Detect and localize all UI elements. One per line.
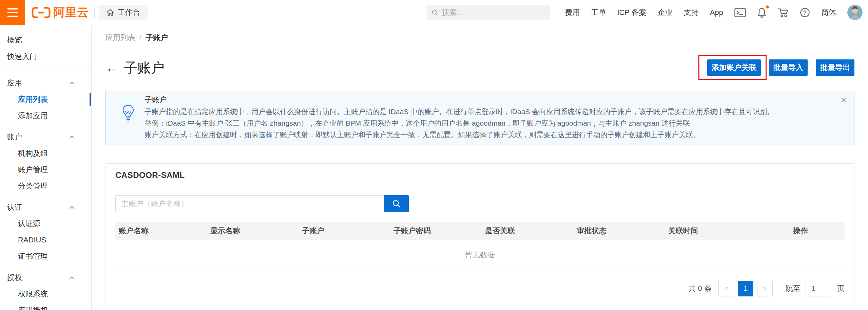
col-sub-account-password: 子账户密码 <box>390 226 482 236</box>
sidebar-item-add-app[interactable]: 添加应用 <box>0 108 91 124</box>
col-is-linked: 是否关联 <box>482 226 573 236</box>
lightbulb-icon <box>122 105 134 122</box>
sidebar-item-cert-mgmt[interactable]: 证书管理 <box>0 248 91 265</box>
active-indicator <box>90 93 91 106</box>
locale-switcher[interactable]: 简体 <box>821 7 836 18</box>
search-icon <box>431 9 438 16</box>
sub-account-card: CASDOOR-SAML 账户名称 显示名称 子账户 <box>105 163 854 307</box>
page-number-1[interactable]: 1 <box>738 281 753 296</box>
empty-state: 暂无数据 <box>115 240 845 270</box>
chevron-up-icon <box>69 135 75 139</box>
page-title: 子账户 <box>124 58 165 77</box>
info-text-block: 子账户 子账户指的是在指定应用系统中，用户会以什么身份进行访问。主账户指的是 I… <box>144 96 774 141</box>
sidebar-item-category-mgmt[interactable]: 分类管理 <box>0 178 91 194</box>
aliyun-logo-text: 阿里云 <box>53 5 89 20</box>
info-line-3: 账户关联方式：在应用创建时，如果选择了账户映射，即默认主账户和子账户完全一致，无… <box>144 129 774 141</box>
sidebar: 概览 快速入门 应用 应用列表 添加应用 账户 机构及组 账户管理 分类管理 认… <box>0 25 92 310</box>
sidebar-item-app-list[interactable]: 应用列表 <box>0 91 91 108</box>
info-line-2: 举例：IDaaS 中有主账户 张三（用户名 zhangsan），在企业的 BPM… <box>144 117 774 129</box>
sub-account-table: 账户名称 显示名称 子账户 子账户密码 是否关联 审批状态 关联时间 操作 暂无… <box>115 222 845 270</box>
application-name: CASDOOR-SAML <box>115 170 185 180</box>
total-count: 共 0 条 <box>689 284 712 294</box>
table-header-row: 账户名称 显示名称 子账户 子账户密码 是否关联 审批状态 关联时间 操作 <box>115 222 845 240</box>
page-header: ← 子账户 添加账户关联 批量导入 批量导出 <box>105 58 854 77</box>
sidebar-item-permission-system[interactable]: 权限系统 <box>0 286 91 302</box>
account-search-row <box>115 195 845 212</box>
navbar-divider <box>94 7 95 18</box>
info-line-1: 子账户指的是在指定应用系统中，用户会以什么身份进行访问。主账户指的是 IDaaS… <box>144 106 774 117</box>
sidebar-item-account-mgmt[interactable]: 账户管理 <box>0 162 91 178</box>
breadcrumb-app-list[interactable]: 应用列表 <box>105 33 135 43</box>
sidebar-item-app-authorization[interactable]: 应用授权 <box>0 302 91 310</box>
primary-account-search-input[interactable] <box>115 195 384 212</box>
console-terminal-icon[interactable] <box>734 8 746 17</box>
nav-item-support[interactable]: 支持 <box>684 7 699 18</box>
svg-text:?: ? <box>803 10 807 15</box>
nav-item-icp[interactable]: ICP 备案 <box>617 7 646 18</box>
breadcrumb-separator: / <box>139 33 141 42</box>
sidebar-item-org-groups[interactable]: 机构及组 <box>0 145 91 162</box>
batch-import-button[interactable]: 批量导入 <box>769 59 808 76</box>
col-account-name: 账户名称 <box>115 226 207 236</box>
main-content: 应用列表 / 子账户 ← 子账户 添加账户关联 批量导入 <box>92 25 868 310</box>
navbar-right-group: 费用 工单 ICP 备案 企业 支持 App <box>427 5 868 20</box>
col-actions: 操作 <box>756 226 845 236</box>
breadcrumb-current: 子账户 <box>146 33 168 43</box>
aliyun-logo[interactable]: 阿里云 <box>32 5 89 20</box>
workbench-button[interactable]: 工作台 <box>99 5 148 20</box>
header-actions: 添加账户关联 批量导入 批量导出 <box>707 59 854 76</box>
back-arrow-icon[interactable]: ← <box>105 61 118 74</box>
info-banner: 子账户 子账户指的是在指定应用系统中，用户会以什么身份进行访问。主账户指的是 I… <box>105 91 854 145</box>
user-avatar[interactable] <box>847 5 863 20</box>
col-approval-status: 审批状态 <box>573 226 665 236</box>
sidebar-item-overview[interactable]: 概览 <box>0 32 91 48</box>
sidebar-divider <box>0 70 91 70</box>
aliyun-logo-icon <box>32 6 51 19</box>
jump-to-label: 跳至 <box>786 284 801 294</box>
search-button[interactable] <box>384 195 409 212</box>
sidebar-group-application[interactable]: 应用 <box>0 75 91 91</box>
jump-page-input[interactable] <box>806 281 830 296</box>
col-link-time: 关联时间 <box>665 226 756 236</box>
hamburger-menu-button[interactable] <box>0 0 25 25</box>
batch-export-button[interactable]: 批量导出 <box>816 59 854 76</box>
col-display-name: 显示名称 <box>207 226 298 236</box>
chevron-up-icon <box>69 206 75 209</box>
breadcrumb: 应用列表 / 子账户 <box>92 25 868 50</box>
prev-page-button[interactable]: < <box>718 281 734 296</box>
notification-badge-dot <box>766 5 769 8</box>
notification-bell-icon[interactable] <box>757 7 767 18</box>
chevron-up-icon <box>69 81 75 85</box>
sidebar-item-radius[interactable]: RADIUS <box>0 232 91 248</box>
nav-item-enterprise[interactable]: 企业 <box>658 7 673 18</box>
sidebar-item-auth-source[interactable]: 认证源 <box>0 216 91 232</box>
add-account-link-button[interactable]: 添加账户关联 <box>707 59 761 76</box>
pagination: 共 0 条 < 1 > 跳至 页 <box>106 270 854 307</box>
sidebar-group-account[interactable]: 账户 <box>0 129 91 145</box>
help-icon[interactable]: ? <box>800 7 810 18</box>
info-title: 子账户 <box>144 96 774 104</box>
next-page-button[interactable]: > <box>757 281 773 296</box>
global-search-input[interactable] <box>442 8 545 17</box>
chevron-up-icon <box>69 276 75 279</box>
search-icon <box>392 199 401 208</box>
sidebar-item-quickstart[interactable]: 快速入门 <box>0 48 91 65</box>
sidebar-group-authentication[interactable]: 认证 <box>0 199 91 216</box>
top-navbar: 阿里云 工作台 费用 工单 ICP 备案 企业 支持 App <box>0 0 868 25</box>
workbench-label: 工作台 <box>118 7 140 18</box>
nav-item-tickets[interactable]: 工单 <box>591 7 606 18</box>
shopping-cart-icon[interactable] <box>778 7 789 18</box>
nav-item-billing[interactable]: 费用 <box>565 7 580 18</box>
home-icon <box>106 8 114 17</box>
col-sub-account: 子账户 <box>298 226 390 236</box>
app-window: 阿里云 工作台 费用 工单 ICP 备案 企业 支持 App <box>0 0 868 310</box>
sidebar-group-authorization[interactable]: 授权 <box>0 269 91 286</box>
page-unit-label: 页 <box>837 284 845 294</box>
card-header: CASDOOR-SAML <box>106 164 854 187</box>
global-search[interactable] <box>427 5 550 20</box>
close-icon[interactable]: × <box>841 95 847 105</box>
nav-item-app[interactable]: App <box>710 8 723 17</box>
